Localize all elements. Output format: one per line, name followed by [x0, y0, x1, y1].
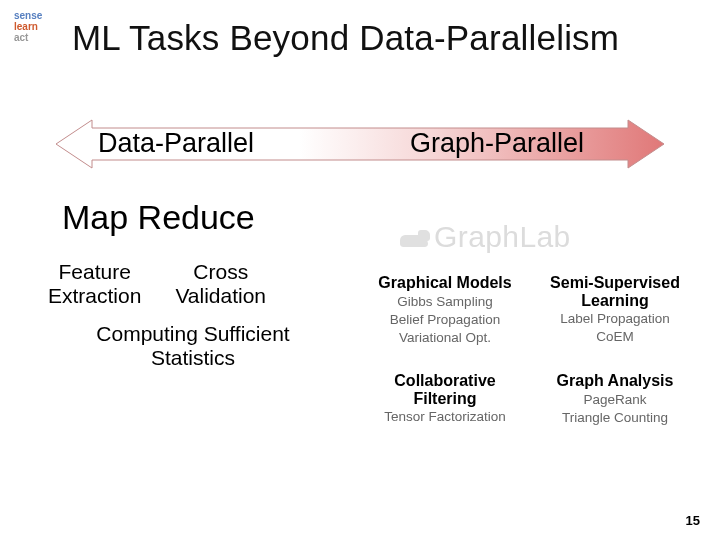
cell-semi-supervised: Semi-Supervised Learning Label Propagati… — [530, 270, 700, 350]
right-grid: Graphical Models Gibbs Sampling Belief P… — [360, 270, 700, 430]
cell-graph-analysis: Graph Analysis PageRank Triangle Countin… — [530, 368, 700, 430]
cell-heading-line: Filtering — [366, 390, 524, 408]
cell-heading-line: Semi-Supervised — [536, 274, 694, 292]
item-cross-validation: Cross Validation — [175, 260, 266, 308]
item-computing-stats: Computing Sufficient Statistics — [48, 322, 338, 370]
cell-heading-line: Collaborative — [366, 372, 524, 390]
cell-sub: Belief Propagation — [366, 312, 524, 328]
item-line: Computing Sufficient — [48, 322, 338, 346]
cell-heading: Graph Analysis — [536, 372, 694, 390]
cell-heading-line: Learning — [536, 292, 694, 310]
item-line: Cross — [175, 260, 266, 284]
cell-collaborative-filtering: Collaborative Filtering Tensor Factoriza… — [360, 368, 530, 430]
logo-act: act — [14, 32, 42, 43]
graphlab-text: GraphLab — [434, 220, 571, 253]
logo-learn: learn — [14, 21, 42, 32]
item-line: Extraction — [48, 284, 141, 308]
left-heading: Map Reduce — [62, 198, 255, 237]
cell-sub: PageRank — [536, 392, 694, 408]
cell-heading: Graphical Models — [366, 274, 524, 292]
cell-sub: CoEM — [536, 329, 694, 345]
dog-icon — [400, 227, 430, 249]
arrow-label-left: Data-Parallel — [98, 128, 254, 159]
page-number: 15 — [686, 513, 700, 528]
cell-sub: Label Propagation — [536, 311, 694, 327]
cell-sub: Triangle Counting — [536, 410, 694, 426]
cell-sub: Tensor Factorization — [366, 409, 524, 425]
item-line: Statistics — [48, 346, 338, 370]
cell-sub: Gibbs Sampling — [366, 294, 524, 310]
item-line: Validation — [175, 284, 266, 308]
logo: sense learn act — [14, 10, 42, 43]
left-column: Feature Extraction Cross Validation Comp… — [48, 260, 338, 371]
graphlab-logo: GraphLab — [400, 220, 571, 254]
cell-sub: Variational Opt. — [366, 330, 524, 346]
item-line: Feature — [48, 260, 141, 284]
logo-sense: sense — [14, 10, 42, 21]
page-title: ML Tasks Beyond Data-Parallelism — [72, 18, 619, 58]
item-feature-extraction: Feature Extraction — [48, 260, 141, 308]
cell-graphical-models: Graphical Models Gibbs Sampling Belief P… — [360, 270, 530, 350]
arrow-label-right: Graph-Parallel — [410, 128, 584, 159]
